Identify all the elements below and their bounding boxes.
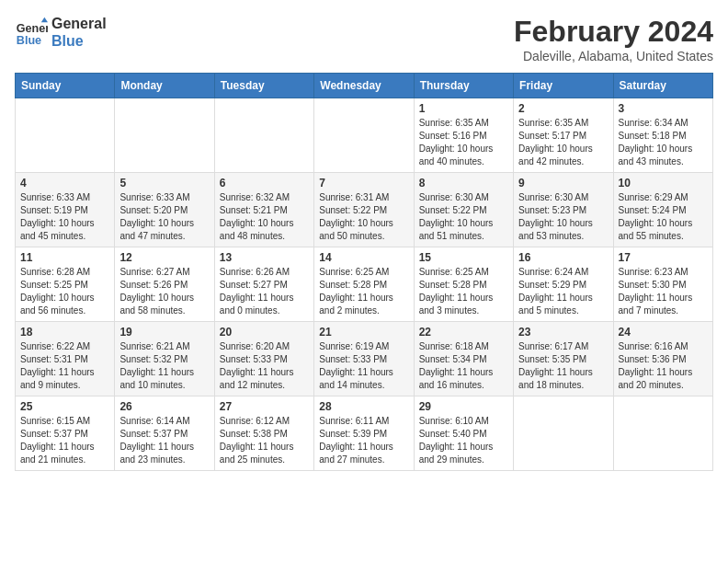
calendar-cell: 13Sunrise: 6:26 AM Sunset: 5:27 PM Dayli… [214, 247, 313, 322]
day-number: 7 [319, 177, 408, 190]
day-number: 12 [119, 251, 209, 264]
calendar-week-row: 4Sunrise: 6:33 AM Sunset: 5:19 PM Daylig… [16, 173, 713, 247]
day-number: 22 [419, 326, 508, 339]
calendar-cell [514, 396, 613, 471]
day-info: Sunrise: 6:10 AM Sunset: 5:40 PM Dayligh… [419, 415, 508, 466]
calendar-cell: 29Sunrise: 6:10 AM Sunset: 5:40 PM Dayli… [414, 396, 513, 471]
calendar-cell: 11Sunrise: 6:28 AM Sunset: 5:25 PM Dayli… [16, 247, 115, 322]
calendar-cell: 21Sunrise: 6:19 AM Sunset: 5:33 PM Dayli… [314, 322, 414, 396]
day-info: Sunrise: 6:22 AM Sunset: 5:31 PM Dayligh… [20, 340, 109, 392]
calendar-cell: 24Sunrise: 6:16 AM Sunset: 5:36 PM Dayli… [613, 322, 712, 396]
calendar-header-row: SundayMondayTuesdayWednesdayThursdayFrid… [16, 74, 713, 98]
day-number: 14 [319, 251, 408, 264]
day-info: Sunrise: 6:21 AM Sunset: 5:32 PM Dayligh… [119, 340, 209, 392]
calendar-cell: 14Sunrise: 6:25 AM Sunset: 5:28 PM Dayli… [314, 247, 414, 322]
day-info: Sunrise: 6:17 AM Sunset: 5:35 PM Dayligh… [518, 340, 608, 392]
day-info: Sunrise: 6:15 AM Sunset: 5:37 PM Dayligh… [20, 415, 109, 466]
calendar-cell: 28Sunrise: 6:11 AM Sunset: 5:39 PM Dayli… [314, 396, 414, 471]
location: Daleville, Alabama, United States [514, 49, 713, 63]
calendar-cell: 1Sunrise: 6:35 AM Sunset: 5:16 PM Daylig… [414, 98, 513, 173]
day-of-week-header: Thursday [414, 74, 513, 98]
day-info: Sunrise: 6:23 AM Sunset: 5:30 PM Dayligh… [619, 266, 708, 317]
day-number: 1 [419, 102, 508, 115]
day-number: 11 [20, 251, 109, 264]
day-number: 18 [20, 326, 109, 339]
title-block: February 2024 Daleville, Alabama, United… [514, 15, 713, 63]
day-info: Sunrise: 6:35 AM Sunset: 5:16 PM Dayligh… [419, 117, 508, 168]
calendar-cell: 5Sunrise: 6:33 AM Sunset: 5:20 PM Daylig… [115, 173, 214, 247]
day-info: Sunrise: 6:20 AM Sunset: 5:33 PM Dayligh… [220, 340, 309, 392]
day-number: 29 [419, 400, 508, 413]
day-number: 13 [220, 251, 309, 264]
calendar-cell: 22Sunrise: 6:18 AM Sunset: 5:34 PM Dayli… [414, 322, 513, 396]
day-info: Sunrise: 6:28 AM Sunset: 5:25 PM Dayligh… [20, 266, 109, 317]
logo-text: General Blue [51, 15, 107, 50]
calendar-cell [613, 396, 712, 471]
day-info: Sunrise: 6:25 AM Sunset: 5:28 PM Dayligh… [319, 266, 408, 317]
logo-icon: General Blue [15, 16, 48, 49]
svg-text:Blue: Blue [17, 34, 41, 47]
calendar-week-row: 18Sunrise: 6:22 AM Sunset: 5:31 PM Dayli… [16, 322, 713, 396]
calendar-table: SundayMondayTuesdayWednesdayThursdayFrid… [15, 73, 713, 471]
calendar-cell: 25Sunrise: 6:15 AM Sunset: 5:37 PM Dayli… [16, 396, 115, 471]
day-number: 8 [419, 177, 508, 190]
calendar-cell: 3Sunrise: 6:34 AM Sunset: 5:18 PM Daylig… [613, 98, 712, 173]
calendar-cell: 4Sunrise: 6:33 AM Sunset: 5:19 PM Daylig… [16, 173, 115, 247]
svg-marker-2 [41, 17, 48, 22]
calendar-cell: 12Sunrise: 6:27 AM Sunset: 5:26 PM Dayli… [115, 247, 214, 322]
day-info: Sunrise: 6:19 AM Sunset: 5:33 PM Dayligh… [319, 340, 408, 392]
calendar-cell: 18Sunrise: 6:22 AM Sunset: 5:31 PM Dayli… [16, 322, 115, 396]
day-number: 21 [319, 326, 408, 339]
calendar-cell: 16Sunrise: 6:24 AM Sunset: 5:29 PM Dayli… [514, 247, 613, 322]
logo: General Blue General Blue [15, 15, 107, 50]
page-header: General Blue General Blue February 2024 … [15, 15, 713, 63]
day-number: 2 [518, 102, 608, 115]
day-of-week-header: Friday [514, 74, 613, 98]
day-of-week-header: Tuesday [214, 74, 313, 98]
day-number: 9 [518, 177, 608, 190]
day-number: 17 [619, 251, 708, 264]
day-number: 25 [20, 400, 109, 413]
day-number: 28 [319, 400, 408, 413]
calendar-cell: 9Sunrise: 6:30 AM Sunset: 5:23 PM Daylig… [514, 173, 613, 247]
day-info: Sunrise: 6:33 AM Sunset: 5:19 PM Dayligh… [20, 191, 109, 243]
month-title: February 2024 [514, 15, 713, 49]
calendar-cell: 17Sunrise: 6:23 AM Sunset: 5:30 PM Dayli… [613, 247, 712, 322]
day-number: 26 [119, 400, 209, 413]
day-info: Sunrise: 6:12 AM Sunset: 5:38 PM Dayligh… [220, 415, 309, 466]
day-info: Sunrise: 6:11 AM Sunset: 5:39 PM Dayligh… [319, 415, 408, 466]
calendar-cell: 10Sunrise: 6:29 AM Sunset: 5:24 PM Dayli… [613, 173, 712, 247]
calendar-cell: 20Sunrise: 6:20 AM Sunset: 5:33 PM Dayli… [214, 322, 313, 396]
calendar-cell: 8Sunrise: 6:30 AM Sunset: 5:22 PM Daylig… [414, 173, 513, 247]
calendar-cell: 27Sunrise: 6:12 AM Sunset: 5:38 PM Dayli… [214, 396, 313, 471]
day-info: Sunrise: 6:16 AM Sunset: 5:36 PM Dayligh… [619, 340, 708, 392]
day-of-week-header: Wednesday [314, 74, 414, 98]
calendar-cell: 2Sunrise: 6:35 AM Sunset: 5:17 PM Daylig… [514, 98, 613, 173]
day-number: 4 [20, 177, 109, 190]
day-number: 15 [419, 251, 508, 264]
day-number: 10 [619, 177, 708, 190]
calendar-cell: 19Sunrise: 6:21 AM Sunset: 5:32 PM Dayli… [115, 322, 214, 396]
calendar-cell [214, 98, 313, 173]
day-info: Sunrise: 6:35 AM Sunset: 5:17 PM Dayligh… [518, 117, 608, 168]
day-of-week-header: Saturday [613, 74, 712, 98]
day-number: 24 [619, 326, 708, 339]
day-info: Sunrise: 6:32 AM Sunset: 5:21 PM Dayligh… [220, 191, 309, 243]
day-info: Sunrise: 6:30 AM Sunset: 5:22 PM Dayligh… [419, 191, 508, 243]
day-info: Sunrise: 6:27 AM Sunset: 5:26 PM Dayligh… [119, 266, 209, 317]
calendar-cell: 6Sunrise: 6:32 AM Sunset: 5:21 PM Daylig… [214, 173, 313, 247]
day-of-week-header: Sunday [16, 74, 115, 98]
calendar-cell [314, 98, 414, 173]
day-info: Sunrise: 6:25 AM Sunset: 5:28 PM Dayligh… [419, 266, 508, 317]
day-info: Sunrise: 6:29 AM Sunset: 5:24 PM Dayligh… [619, 191, 708, 243]
day-of-week-header: Monday [115, 74, 214, 98]
day-number: 3 [619, 102, 708, 115]
day-number: 27 [220, 400, 309, 413]
calendar-cell: 15Sunrise: 6:25 AM Sunset: 5:28 PM Dayli… [414, 247, 513, 322]
day-number: 20 [220, 326, 309, 339]
day-number: 19 [119, 326, 209, 339]
calendar-cell: 23Sunrise: 6:17 AM Sunset: 5:35 PM Dayli… [514, 322, 613, 396]
calendar-cell [115, 98, 214, 173]
day-number: 6 [220, 177, 309, 190]
calendar-cell: 26Sunrise: 6:14 AM Sunset: 5:37 PM Dayli… [115, 396, 214, 471]
